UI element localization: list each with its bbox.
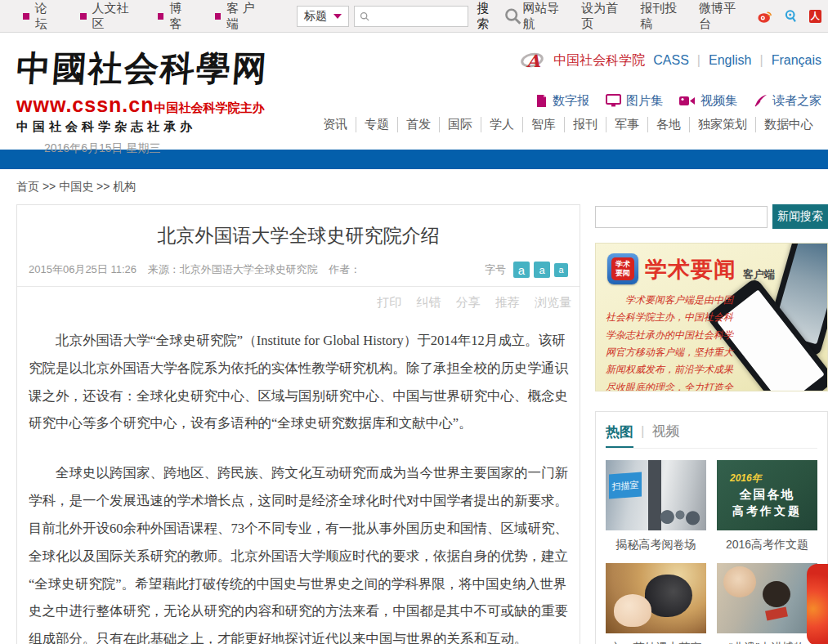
- link-site-nav[interactable]: 网站导航: [523, 1, 571, 32]
- thumbnail-essay-topics[interactable]: 2016年 全国各地 高考作文题: [717, 460, 817, 530]
- breadcrumb[interactable]: 首页 >> 中国史 >> 机构: [0, 169, 828, 203]
- tool-recommend[interactable]: 推荐: [495, 295, 520, 309]
- top-utility-bar: 论 坛 人文社区 博 客 客 户 端 标题 搜索 网站导航 设为首页 报刊投稿 …: [0, 0, 828, 33]
- topbar-link-forum-label[interactable]: 论 坛: [35, 1, 62, 32]
- nav-item-data-center[interactable]: 数据中心: [755, 117, 821, 132]
- article-paragraph: 北京外国语大学“全球史研究院”（Institute for Global His…: [29, 327, 568, 437]
- link-weibo-platform[interactable]: 微博平台: [699, 1, 746, 32]
- chevron-down-icon: [333, 14, 342, 19]
- media-caption[interactable]: 揭秘高考阅卷场: [606, 530, 706, 563]
- font-size-label: 字号: [485, 262, 506, 277]
- tool-share[interactable]: 分享: [456, 295, 481, 309]
- nav-item-think-tank[interactable]: 智库: [522, 117, 564, 132]
- tool-views[interactable]: 浏览量: [535, 295, 571, 309]
- search-icon: [360, 11, 369, 22]
- font-size-medium-button[interactable]: a: [534, 262, 550, 278]
- topbar-search-box[interactable]: [354, 6, 468, 27]
- nav-item-military[interactable]: 军事: [606, 117, 647, 132]
- quicklink-readers-home[interactable]: 读者之家: [754, 93, 821, 109]
- quicklink-video-gallery[interactable]: 视频集: [679, 93, 737, 109]
- app-banner-title: 学术要闻: [645, 255, 736, 284]
- app-promo-banner[interactable]: 学术要闻 学术要闻 客户端 学术要闻客户端是由中国社会科学院主办，中国社会科学杂…: [595, 243, 828, 391]
- article-container: 北京外国语大学全球史研究院介绍 2015年06月25日 11:26 来源：北京外…: [16, 204, 580, 644]
- tab-hot-images[interactable]: 热图: [606, 423, 633, 448]
- logo-calligraphy-title: 中國社会科學网: [15, 46, 270, 92]
- link-set-homepage[interactable]: 设为首页: [581, 1, 629, 32]
- search-button-label: 搜索: [477, 1, 500, 32]
- news-search: 新闻搜索: [595, 204, 828, 229]
- media-caption[interactable]: 六一萌娃遇上萌宠: [606, 633, 706, 644]
- article-date: 2015年06月25日 11:26: [29, 263, 137, 275]
- quicklink-photo-gallery[interactable]: 图片集: [606, 93, 663, 109]
- article-author: 作者：: [329, 263, 360, 275]
- bullet-icon: [23, 13, 29, 20]
- media-item[interactable]: 扫描室 揭秘高考阅卷场: [606, 460, 706, 563]
- search-category-select[interactable]: 标题: [297, 6, 349, 27]
- font-size-large-button[interactable]: a: [513, 262, 530, 278]
- nav-item-first-release[interactable]: 首发: [397, 117, 439, 132]
- logo-host: 中国社会科学院主办: [154, 101, 264, 116]
- nav-item-periodicals[interactable]: 报刊: [564, 117, 606, 132]
- topbar-link-community-label[interactable]: 人文社区: [92, 1, 140, 32]
- lang-link-french[interactable]: Français: [772, 53, 821, 68]
- video-gallery-icon: [679, 95, 696, 107]
- topbar-search-input[interactable]: [373, 10, 463, 22]
- current-date: 2016年6月15日 星期三: [44, 141, 268, 156]
- logo-url: www.cssn.cn: [16, 93, 154, 117]
- article-paragraph: 全球史以跨国家、跨地区、跨民族、跨文化互动研究而成为当今世界主要国家的一门新学科…: [29, 459, 568, 644]
- font-size-small-button[interactable]: a: [554, 263, 568, 277]
- topbar-link-client[interactable]: 客 户 端: [215, 1, 269, 32]
- sidebar: 新闻搜索 学术要闻 学术要闻 客户端 学术要闻客户端是由中国社会科学院主办，中国…: [595, 204, 828, 644]
- nav-item-exclusive[interactable]: 独家策划: [689, 117, 755, 132]
- scan-room-sign: 扫描室: [609, 472, 642, 499]
- cass-logo-icon: A: [521, 51, 545, 70]
- topbar-link-client-label[interactable]: 客 户 端: [226, 1, 269, 32]
- topbar-search-button[interactable]: 搜索: [477, 1, 522, 32]
- topbar-link-community[interactable]: 人文社区: [80, 1, 140, 32]
- app-icon: 学术要闻: [607, 253, 638, 284]
- thumbnail-exam-grading[interactable]: 扫描室: [606, 460, 706, 530]
- cass-home-link[interactable]: 中国社会科学院: [553, 52, 645, 69]
- news-search-input[interactable]: [595, 206, 768, 228]
- news-search-button[interactable]: 新闻搜索: [772, 204, 828, 229]
- floating-promo-ribbon[interactable]: [807, 564, 828, 644]
- media-caption[interactable]: 2016高考作文题: [717, 530, 817, 563]
- media-item[interactable]: “非遗”走进博物: [717, 563, 817, 644]
- quicklink-digital-paper[interactable]: 数字报: [535, 93, 589, 109]
- link-submission[interactable]: 报刊投稿: [640, 1, 687, 32]
- topbar-link-blog-label[interactable]: 博 客: [169, 1, 196, 32]
- lang-link-cass[interactable]: CASS: [653, 53, 689, 68]
- tab-videos[interactable]: 视频: [651, 422, 679, 441]
- tencent-weibo-icon[interactable]: [784, 9, 797, 24]
- site-logo[interactable]: 中國社会科學网 www.cssn.cn 中国社会科学院主办 中国社会科学杂志社承…: [16, 33, 268, 149]
- app-banner-description: 学术要闻客户端是由中国社会科学院主办，中国社会科学杂志社承办的中国社会科学网官方…: [606, 292, 735, 391]
- people-weibo-icon[interactable]: 人: [809, 10, 821, 23]
- topbar-link-blog[interactable]: 博 客: [158, 1, 197, 32]
- digital-paper-icon: [535, 94, 548, 108]
- nav-item-regions[interactable]: 各地: [647, 117, 689, 132]
- nav-item-topics[interactable]: 专题: [356, 117, 397, 132]
- thumbnail-baby-pet[interactable]: [606, 563, 706, 633]
- site-header: 中國社会科學网 www.cssn.cn 中国社会科学院主办 中国社会科学杂志社承…: [0, 33, 828, 149]
- nav-item-international[interactable]: 国际: [439, 117, 481, 132]
- bullet-icon: [158, 13, 164, 20]
- lang-link-english[interactable]: English: [709, 53, 751, 68]
- sina-weibo-icon[interactable]: [758, 9, 772, 24]
- quill-pen-icon: [754, 94, 768, 108]
- topbar-link-forum[interactable]: 论 坛: [23, 1, 62, 32]
- page: 论 坛 人文社区 博 客 客 户 端 标题 搜索 网站导航 设为首页 报刊投稿 …: [0, 0, 828, 644]
- nav-item-scholars[interactable]: 学人: [481, 117, 522, 132]
- nav-item-news[interactable]: 资讯: [315, 117, 356, 132]
- media-item[interactable]: 2016年 全国各地 高考作文题 2016高考作文题: [717, 460, 817, 563]
- page-title: 北京外国语大学全球史研究院介绍: [17, 223, 580, 248]
- article-toolbar: 打印 纠错 分享 推荐 浏览量: [17, 287, 580, 312]
- media-caption[interactable]: “非遗”走进博物: [717, 633, 817, 644]
- photo-gallery-icon: [606, 94, 621, 108]
- article-source: 来源：北京外国语大学全球史研究院: [148, 263, 318, 275]
- thumbnail-heritage-museum[interactable]: [717, 563, 817, 633]
- tool-print[interactable]: 打印: [377, 295, 401, 309]
- media-item[interactable]: 六一萌娃遇上萌宠: [606, 563, 706, 644]
- article-meta: 2015年06月25日 11:26 来源：北京外国语大学全球史研究院 作者： 字…: [17, 262, 580, 287]
- hot-media-panel: 热图 | 视频 扫描室 揭秘高考阅卷场: [595, 411, 828, 644]
- tool-correct[interactable]: 纠错: [416, 295, 441, 309]
